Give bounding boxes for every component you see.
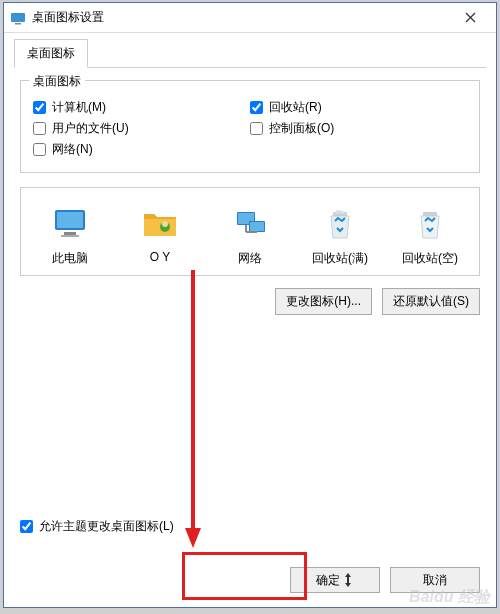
- check-computer-label: 计算机(M): [52, 99, 106, 116]
- check-allow-theme-label: 允许主题更改桌面图标(L): [39, 518, 174, 535]
- check-allow-theme[interactable]: 允许主题更改桌面图标(L): [20, 518, 480, 535]
- check-network[interactable]: 网络(N): [33, 141, 250, 158]
- svg-rect-6: [64, 232, 76, 235]
- icon-recycle-full[interactable]: 回收站(满): [304, 204, 376, 267]
- icon-action-row: 更改图标(H)... 还原默认值(S): [20, 288, 480, 315]
- check-recycle-label: 回收站(R): [269, 99, 322, 116]
- check-userfiles[interactable]: 用户的文件(U): [33, 120, 250, 137]
- check-network-label: 网络(N): [52, 141, 93, 158]
- title-bar: 桌面图标设置: [4, 3, 496, 33]
- svg-rect-7: [61, 235, 79, 237]
- folder-user-icon: [141, 204, 179, 242]
- dialog-window: 桌面图标设置 桌面图标 桌面图标 计算机(M) 用户的文件(U) 网络(N) 回…: [3, 2, 497, 608]
- icon-this-pc[interactable]: 此电脑: [34, 204, 106, 267]
- check-controlpanel[interactable]: 控制面板(O): [250, 120, 467, 137]
- icon-preview-box: 此电脑 O Y 网络 回收站(满) 回收站(空): [20, 187, 480, 276]
- fieldset-legend: 桌面图标: [29, 73, 85, 90]
- icon-this-pc-label: 此电脑: [34, 250, 106, 267]
- dialog-content: 桌面图标 计算机(M) 用户的文件(U) 网络(N) 回收站(R) 控制面板(O…: [4, 68, 496, 557]
- icon-recycle-full-label: 回收站(满): [304, 250, 376, 267]
- window-title: 桌面图标设置: [32, 9, 450, 26]
- restore-default-button[interactable]: 还原默认值(S): [382, 288, 480, 315]
- ok-button-label: 确定: [316, 572, 340, 589]
- ok-button[interactable]: 确定: [290, 567, 380, 593]
- change-icon-button[interactable]: 更改图标(H)...: [275, 288, 372, 315]
- svg-rect-13: [250, 222, 264, 231]
- check-userfiles-label: 用户的文件(U): [52, 120, 129, 137]
- tab-strip: 桌面图标: [4, 33, 496, 68]
- cancel-button[interactable]: 取消: [390, 567, 480, 593]
- svg-rect-1: [15, 23, 21, 25]
- tab-desktop-icons[interactable]: 桌面图标: [14, 39, 88, 68]
- recycle-full-icon: [321, 204, 359, 242]
- check-controlpanel-label: 控制面板(O): [269, 120, 334, 137]
- svg-rect-17: [423, 212, 437, 216]
- network-icon: [231, 204, 269, 242]
- svg-rect-0: [11, 13, 25, 22]
- icon-user-folder-label: O Y: [124, 250, 196, 264]
- icon-network[interactable]: 网络: [214, 204, 286, 267]
- svg-point-9: [162, 221, 168, 227]
- recycle-empty-icon: [411, 204, 449, 242]
- icon-network-label: 网络: [214, 250, 286, 267]
- icon-recycle-empty-label: 回收站(空): [394, 250, 466, 267]
- icon-recycle-empty[interactable]: 回收站(空): [394, 204, 466, 267]
- app-icon: [10, 10, 26, 26]
- close-button[interactable]: [450, 4, 490, 32]
- icon-user-folder[interactable]: O Y: [124, 204, 196, 267]
- check-computer[interactable]: 计算机(M): [33, 99, 250, 116]
- resize-cursor-icon: [342, 573, 354, 587]
- check-recycle[interactable]: 回收站(R): [250, 99, 467, 116]
- dialog-footer: 确定 取消: [4, 557, 496, 607]
- svg-rect-5: [57, 212, 83, 228]
- desktop-icons-fieldset: 桌面图标 计算机(M) 用户的文件(U) 网络(N) 回收站(R) 控制面板(O…: [20, 80, 480, 173]
- monitor-icon: [51, 204, 89, 242]
